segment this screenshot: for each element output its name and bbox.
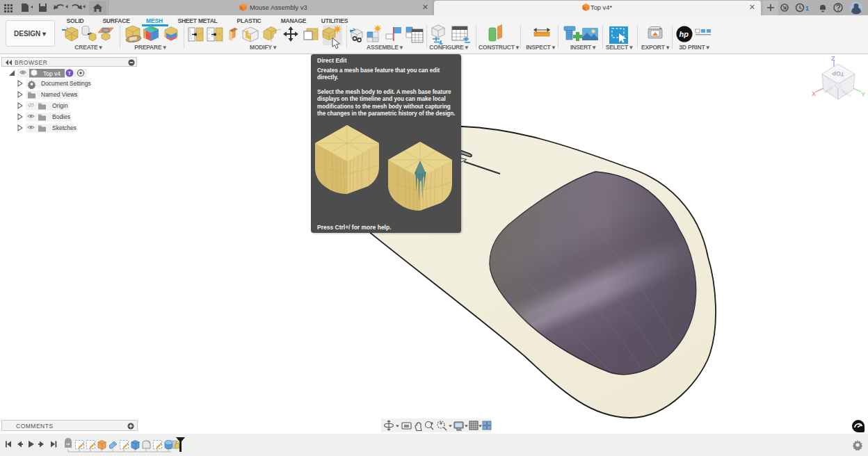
svg-text:T: T — [68, 71, 72, 76]
svg-text:TOP: TOP — [832, 70, 845, 78]
svg-text:Z: Z — [831, 55, 835, 62]
svg-text:Document Settings: Document Settings — [41, 80, 91, 87]
svg-text:Named Views: Named Views — [41, 91, 77, 98]
svg-text:Bodies: Bodies — [52, 113, 70, 120]
svg-text:Y: Y — [861, 91, 865, 98]
svg-text:X: X — [812, 90, 816, 97]
svg-text:Top v4: Top v4 — [43, 70, 61, 77]
svg-text:Sketches: Sketches — [52, 124, 77, 131]
svg-text:Origin: Origin — [52, 102, 68, 109]
svg-text:1: 1 — [805, 5, 809, 12]
svg-text:hp: hp — [680, 30, 689, 38]
